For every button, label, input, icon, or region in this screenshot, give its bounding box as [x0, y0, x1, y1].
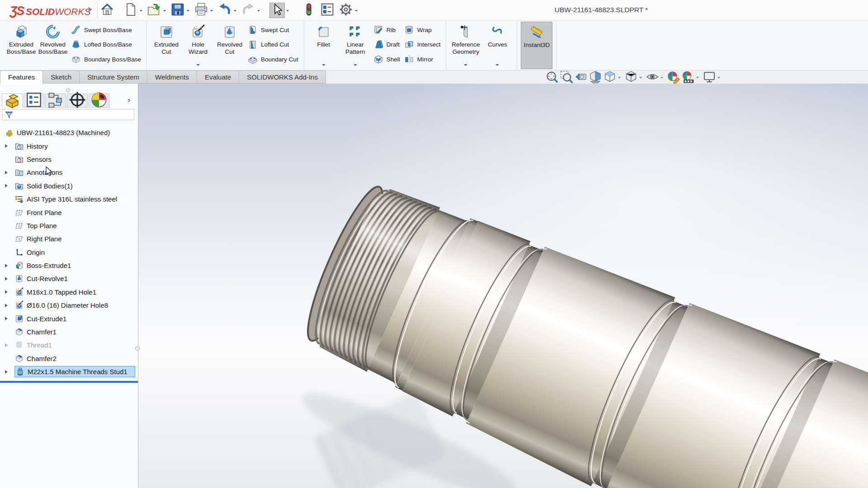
tree-item-aisi-type-316l-stainless-steel[interactable]: AISI Type 316L stainless steel: [0, 192, 138, 206]
hide-show-items-caret[interactable]: [660, 72, 665, 84]
open-button[interactable]: [146, 3, 162, 18]
expand-arrow[interactable]: [4, 171, 14, 174]
expand-arrow[interactable]: [4, 304, 14, 307]
tree-item-chamfer1[interactable]: Chamfer1: [0, 325, 138, 338]
new-document-button[interactable]: [123, 3, 138, 18]
ribbon-button-draft[interactable]: Draft: [373, 38, 400, 52]
tree-item-sensors[interactable]: Sensors: [0, 153, 138, 166]
new-document-dropdown-caret[interactable]: [139, 8, 144, 14]
tab-sketch[interactable]: Sketch: [42, 70, 80, 84]
ribbon-button-boundary-boss-base[interactable]: Boundary Boss/Base: [71, 52, 141, 66]
ribbon-button-fillet[interactable]: Fillet: [308, 22, 340, 69]
tree-item-m22x1-5-machine-threads-stud1[interactable]: M22x1.5 Machine Threads Stud1: [0, 365, 138, 378]
dropdown-caret[interactable]: [196, 64, 200, 66]
ribbon-button-instant3d[interactable]: Instant3D: [521, 22, 552, 69]
tree-item-boss-extrude1[interactable]: Boss-Extrude1: [0, 259, 138, 272]
tree-item-top-plane[interactable]: Top Plane: [0, 219, 138, 232]
ribbon-button-lofted-boss-base[interactable]: Lofted Boss/Base: [71, 38, 141, 52]
logo-flyout-arrow[interactable]: [89, 7, 92, 12]
print-dropdown-caret[interactable]: [209, 8, 215, 14]
tab-structure-system[interactable]: Structure System: [79, 70, 147, 84]
graphics-viewport[interactable]: [138, 84, 868, 488]
panel-tab-propertymanager[interactable]: [24, 94, 44, 108]
tree-item-cut-revolve1[interactable]: Cut-Revolve1: [0, 272, 138, 285]
view-orientation-button[interactable]: [603, 72, 617, 84]
zoom-to-area-button[interactable]: [559, 72, 574, 84]
select-dropdown-caret[interactable]: [285, 8, 291, 14]
tree-root-item[interactable]: UBW-21161-48823 (Machined): [0, 126, 138, 139]
view-orientation-caret[interactable]: [617, 72, 623, 84]
tab-solidworks-add-ins[interactable]: SOLIDWORKS Add-Ins: [239, 70, 326, 84]
panel-tab-displaymanager[interactable]: [89, 94, 109, 108]
ribbon-button-extruded-boss-base[interactable]: Extruded Boss/Base: [5, 22, 37, 69]
zoom-to-fit-button[interactable]: [545, 72, 559, 84]
edit-appearance-button[interactable]: [666, 72, 681, 84]
open-dropdown-caret[interactable]: [162, 8, 168, 14]
panel-tabs-expand-icon[interactable]: ›: [127, 95, 130, 105]
tree-filter-input[interactable]: [2, 109, 134, 120]
ribbon-button-curves[interactable]: Curves: [481, 22, 513, 69]
ribbon-button-linear-pattern[interactable]: Linear Pattern: [340, 22, 371, 69]
ribbon-button-mirror[interactable]: Mirror: [404, 52, 441, 66]
dropdown-caret[interactable]: [322, 64, 326, 66]
dropdown-caret[interactable]: [354, 64, 357, 66]
expand-arrow[interactable]: [4, 184, 14, 188]
tree-item-cut-extrude1[interactable]: Cut-Extrude1: [0, 312, 138, 325]
hide-show-items-button[interactable]: [645, 72, 660, 84]
tree-item-annotations[interactable]: AAnnotations: [0, 166, 138, 179]
expand-arrow[interactable]: [4, 144, 14, 148]
panel-splitter-handle[interactable]: [135, 346, 140, 351]
ribbon-button-wrap[interactable]: Wrap: [404, 23, 441, 37]
redo-button[interactable]: [241, 3, 256, 18]
undo-dropdown-caret[interactable]: [233, 8, 238, 14]
tree-item-right-plane[interactable]: Right Plane: [0, 232, 138, 245]
ribbon-button-extruded-cut[interactable]: Extruded Cut: [151, 22, 182, 69]
redo-dropdown-caret[interactable]: [256, 8, 262, 14]
ribbon-button-revolved-cut[interactable]: Revolved Cut: [214, 22, 245, 69]
tab-evaluate[interactable]: Evaluate: [197, 70, 239, 84]
tab-weldments[interactable]: Weldments: [147, 70, 197, 84]
options-button[interactable]: [338, 3, 354, 18]
view-settings-caret[interactable]: [717, 72, 722, 84]
ribbon-button-boundary-cut[interactable]: Boundary Cut: [247, 52, 298, 66]
undo-button[interactable]: [217, 3, 232, 18]
expand-arrow[interactable]: [4, 317, 14, 320]
task-list-button[interactable]: [320, 3, 335, 18]
home-button[interactable]: [99, 3, 115, 18]
previous-view-button[interactable]: [574, 72, 588, 84]
panel-tab-dimxpert[interactable]: [67, 94, 88, 108]
tree-item-chamfer2[interactable]: Chamfer2: [0, 352, 138, 365]
panel-tab-configurations[interactable]: [45, 94, 66, 108]
ribbon-button-lofted-cut[interactable]: Lofted Cut: [247, 38, 298, 52]
expand-arrow[interactable]: [4, 343, 14, 347]
ribbon-button-revolved-boss-base[interactable]: Revolved Boss/Base: [37, 22, 69, 69]
select-button[interactable]: [269, 3, 285, 18]
tree-item-history[interactable]: History: [0, 139, 138, 152]
dropdown-caret[interactable]: [464, 64, 467, 66]
tree-item--16-0-16-diameter-hole8[interactable]: Ø16.0 (16) Diameter Hole8: [0, 299, 138, 312]
expand-arrow[interactable]: [4, 277, 14, 281]
display-style-button[interactable]: [624, 72, 638, 84]
ribbon-button-rib[interactable]: Rib: [373, 23, 400, 37]
tree-item-origin[interactable]: Origin: [0, 246, 138, 259]
tree-item-solid-bodies-1-[interactable]: Solid Bodies(1): [0, 179, 138, 192]
view-settings-button[interactable]: [702, 72, 717, 84]
selection-filter-button[interactable]: [301, 3, 316, 18]
save-dropdown-caret[interactable]: [186, 8, 191, 14]
expand-arrow[interactable]: [4, 264, 14, 267]
display-style-caret[interactable]: [638, 72, 644, 84]
section-view-button[interactable]: [588, 72, 603, 84]
dropdown-caret[interactable]: [495, 64, 499, 66]
ribbon-button-intersect[interactable]: Intersect: [404, 38, 441, 52]
print-button[interactable]: [193, 3, 209, 18]
ribbon-button-hole-wizard[interactable]: Hole Wizard: [182, 22, 214, 69]
apply-scene-caret[interactable]: [695, 72, 701, 84]
apply-scene-button[interactable]: [681, 72, 695, 84]
ribbon-button-swept-cut[interactable]: Swept Cut: [247, 23, 298, 37]
ribbon-button-shell[interactable]: Shell: [373, 52, 400, 66]
tree-item-m16x1-0-tapped-hole1[interactable]: M16x1.0 Tapped Hole1: [0, 286, 138, 299]
tree-item-thread1[interactable]: Thread1: [0, 338, 138, 352]
ribbon-button-swept-boss-base[interactable]: Swept Boss/Base: [71, 23, 141, 37]
rollback-bar[interactable]: [0, 381, 138, 383]
options-dropdown-caret[interactable]: [354, 8, 359, 14]
